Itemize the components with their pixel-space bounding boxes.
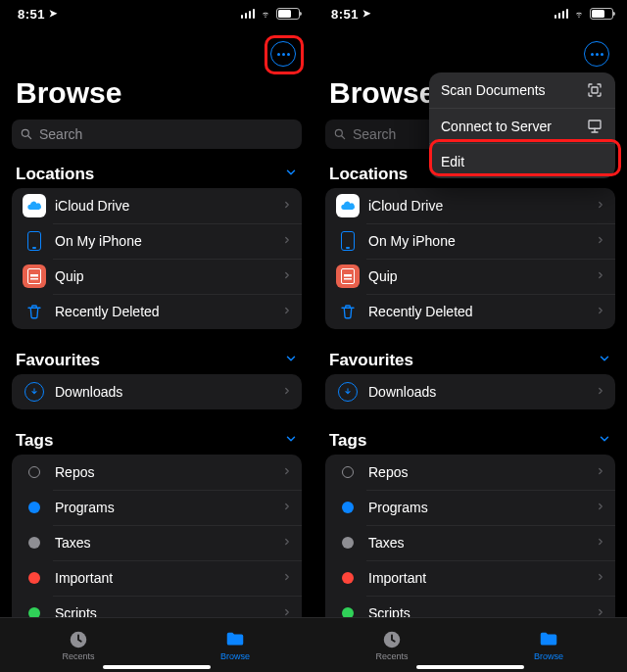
wifi-icon	[572, 9, 586, 19]
tag-programs[interactable]: Programs	[12, 490, 302, 525]
tab-bar: Recents Browse	[0, 617, 314, 672]
tag-color-icon	[342, 607, 354, 617]
search-field[interactable]: Search	[12, 120, 302, 149]
chevron-right-icon	[596, 198, 605, 214]
location-on-my-iphone[interactable]: On My iPhone	[12, 223, 302, 259]
chevron-right-icon	[596, 535, 605, 551]
clock-icon	[381, 629, 403, 650]
tag-taxes[interactable]: Taxes	[12, 525, 302, 560]
cellular-icon	[555, 9, 569, 19]
icloud-icon	[336, 194, 360, 217]
chevron-down-icon	[284, 351, 298, 370]
menu-edit[interactable]: Edit	[429, 143, 615, 178]
more-button[interactable]	[270, 41, 296, 67]
chevron-right-icon	[596, 500, 605, 515]
status-time: 8:51	[331, 7, 359, 22]
section-header-tags[interactable]: Tags	[12, 425, 302, 455]
download-icon	[338, 382, 358, 402]
chevron-right-icon	[282, 535, 292, 551]
cellular-icon	[241, 9, 256, 19]
battery-icon	[276, 8, 300, 20]
tag-color-icon	[28, 607, 40, 617]
location-icon: ➤	[49, 8, 58, 19]
chevron-right-icon	[282, 464, 292, 480]
tag-color-icon	[342, 572, 354, 584]
chevron-down-icon	[284, 165, 298, 184]
tags-list: Repos Programs Taxes Important	[325, 455, 615, 617]
chevron-right-icon	[282, 233, 292, 249]
location-recently-deleted[interactable]: Recently Deleted	[325, 294, 615, 329]
folder-icon	[223, 629, 247, 650]
section-header-locations[interactable]: Locations	[12, 159, 302, 188]
chevron-right-icon	[282, 304, 292, 319]
tag-scripts[interactable]: Scripts	[325, 596, 615, 617]
tag-color-icon	[28, 537, 40, 549]
svg-point-0	[22, 129, 28, 136]
svg-rect-3	[592, 87, 598, 93]
tab-browse[interactable]: Browse	[157, 618, 314, 672]
chevron-down-icon	[284, 431, 298, 451]
location-icloud-drive[interactable]: iCloud Drive	[12, 188, 302, 223]
chevron-right-icon	[282, 570, 292, 586]
tag-repos[interactable]: Repos	[325, 455, 615, 490]
tag-color-icon	[342, 502, 354, 513]
tag-color-icon	[28, 572, 40, 584]
chevron-down-icon	[598, 351, 611, 370]
home-indicator	[103, 665, 211, 669]
tag-taxes[interactable]: Taxes	[325, 525, 615, 560]
favourites-list: Downloads	[12, 374, 302, 409]
more-button[interactable]	[584, 41, 609, 67]
tags-list: Repos Programs Taxes Important	[12, 455, 302, 617]
wifi-icon	[259, 9, 272, 19]
search-placeholder: Search	[353, 126, 396, 142]
menu-connect-server[interactable]: Connect to Server	[429, 108, 615, 143]
quip-icon	[23, 264, 46, 288]
tag-repos[interactable]: Repos	[12, 455, 302, 490]
chevron-down-icon	[598, 431, 611, 451]
favourites-list: Downloads	[325, 374, 615, 409]
section-header-tags[interactable]: Tags	[325, 425, 615, 455]
tag-important[interactable]: Important	[325, 560, 615, 596]
location-icloud-drive[interactable]: iCloud Drive	[325, 188, 615, 223]
tag-color-icon	[28, 502, 40, 513]
search-icon	[20, 127, 33, 141]
location-quip[interactable]: Quip	[12, 259, 302, 294]
location-on-my-iphone[interactable]: On My iPhone	[325, 223, 615, 259]
favourite-downloads[interactable]: Downloads	[325, 374, 615, 409]
location-icon: ➤	[362, 8, 371, 19]
tab-bar: Recents Browse	[314, 617, 627, 672]
status-time: 8:51	[18, 7, 45, 22]
tab-recents[interactable]: Recents	[0, 618, 157, 672]
menu-scan-documents[interactable]: Scan Documents	[429, 72, 615, 108]
tag-scripts[interactable]: Scripts	[12, 596, 302, 617]
tag-important[interactable]: Important	[12, 560, 302, 596]
chevron-right-icon	[596, 464, 605, 480]
download-icon	[24, 382, 44, 402]
locations-list: iCloud Drive On My iPhone Quip Recently …	[325, 188, 615, 329]
chevron-right-icon	[596, 570, 605, 586]
right-screenshot: 8:51 ➤ Scan Documents Connect to Server	[314, 0, 627, 672]
tag-color-icon	[342, 466, 354, 478]
svg-point-5	[335, 129, 342, 136]
section-header-favourites[interactable]: Favourites	[325, 345, 615, 374]
chevron-right-icon	[596, 233, 605, 249]
chevron-right-icon	[596, 304, 605, 319]
location-quip[interactable]: Quip	[325, 259, 615, 294]
ellipsis-icon	[277, 53, 290, 56]
tag-programs[interactable]: Programs	[325, 490, 615, 525]
favourite-downloads[interactable]: Downloads	[12, 374, 302, 409]
chevron-right-icon	[282, 384, 292, 400]
section-header-favourites[interactable]: Favourites	[12, 345, 302, 374]
home-indicator	[416, 665, 524, 669]
chevron-right-icon	[596, 384, 605, 400]
chevron-right-icon	[282, 500, 292, 515]
more-menu: Scan Documents Connect to Server Edit	[429, 72, 615, 178]
tab-recents[interactable]: Recents	[314, 618, 470, 672]
chevron-right-icon	[282, 605, 292, 617]
quip-icon	[336, 264, 360, 288]
left-screenshot: 8:51 ➤ Browse Search Locations	[0, 0, 314, 672]
search-placeholder: Search	[39, 126, 82, 142]
tab-browse[interactable]: Browse	[470, 618, 627, 672]
location-recently-deleted[interactable]: Recently Deleted	[12, 294, 302, 329]
svg-rect-4	[589, 120, 601, 128]
